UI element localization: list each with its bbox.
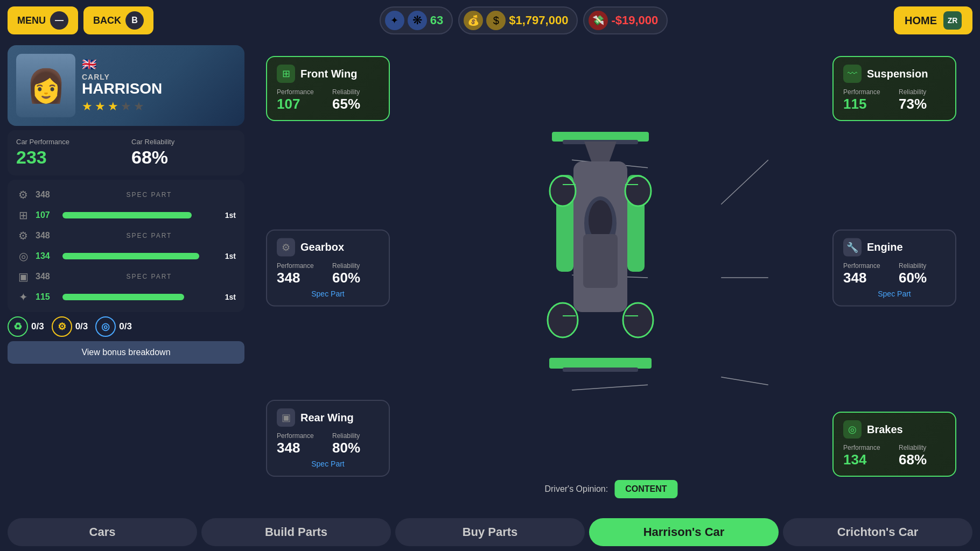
rear-wing-spec-link[interactable]: Spec Part xyxy=(277,460,379,468)
brakes-card[interactable]: ◎ Brakes Performance 134 Reliability 68% xyxy=(832,412,956,477)
user-avatar: ZR xyxy=(943,11,962,30)
fw-perf-label: Performance xyxy=(277,88,324,96)
engine-card[interactable]: 🔧 Engine Performance 348 Reliability 60%… xyxy=(832,229,956,306)
main-content: 👩 🇬🇧 CARLY HARRISON ★ ★ ★ ★ ★ Car Perfor… xyxy=(0,41,980,513)
svg-rect-22 xyxy=(549,358,652,369)
center-area: ⊞ Front Wing Performance 107 Reliability… xyxy=(250,45,972,509)
part-bar-container-5 xyxy=(62,294,214,300)
part-row-0: ⚙ 348 SPEC PART xyxy=(16,186,236,203)
front-wing-perf: Performance 107 xyxy=(277,88,324,112)
stars-value: 63 xyxy=(430,13,443,27)
gearbox-header: ⚙ Gearbox xyxy=(277,238,379,256)
left-panel: 👩 🇬🇧 CARLY HARRISON ★ ★ ★ ★ ★ Car Perfor… xyxy=(8,45,244,509)
part-rank-5: 1st xyxy=(220,293,236,301)
spec-label-2: SPEC PART xyxy=(62,232,236,239)
front-wing-card[interactable]: ⊞ Front Wing Performance 107 Reliability… xyxy=(266,56,390,121)
tab-cars[interactable]: Cars xyxy=(8,518,197,546)
part-num-3: 134 xyxy=(36,251,57,261)
car-stats-panel: Car Performance 233 Car Reliability 68% xyxy=(8,130,244,175)
stars-icon2: ❋ xyxy=(408,11,427,30)
tab-build-parts[interactable]: Build Parts xyxy=(201,518,391,546)
fw-perf-value: 107 xyxy=(277,96,324,112)
part-num-0: 348 xyxy=(36,190,57,200)
brk-rel-label: Reliability xyxy=(899,444,946,451)
engine-perf: Performance 348 xyxy=(843,262,890,286)
bottom-bar: Cars Build Parts Buy Parts Harrison's Ca… xyxy=(0,513,980,551)
back-button[interactable]: BACK B xyxy=(83,6,153,34)
bonus-icon-0: ♻ xyxy=(8,316,28,337)
part-rank-3: 1st xyxy=(220,252,236,260)
brakes-title: Brakes xyxy=(867,423,903,436)
view-bonus-button[interactable]: View bonus breakdown xyxy=(8,341,244,364)
tab-crichtons-car-label: Crichton's Car xyxy=(837,525,919,539)
money-delta-value: -$19,000 xyxy=(611,13,658,27)
susp-perf-value: 115 xyxy=(843,96,890,112)
rear-wing-rel: Reliability 80% xyxy=(332,432,379,456)
part-row-2: ⚙ 348 SPEC PART xyxy=(16,227,236,244)
tab-harrisons-car[interactable]: Harrison's Car xyxy=(589,518,779,546)
tab-cars-label: Cars xyxy=(89,525,116,539)
svg-point-16 xyxy=(548,303,578,337)
eng-perf-value: 348 xyxy=(843,269,890,286)
part-icon-0: ⚙ xyxy=(16,188,30,201)
stars-pill: ✦ ❋ 63 xyxy=(380,6,453,34)
part-bar-3 xyxy=(62,253,199,259)
money-delta-icon: 💸 xyxy=(589,11,608,30)
driver-info: 🇬🇧 CARLY HARRISON ★ ★ ★ ★ ★ xyxy=(82,58,236,114)
svg-point-17 xyxy=(623,303,653,337)
home-label: HOME xyxy=(905,15,937,27)
front-wing-stats: Performance 107 Reliability 65% xyxy=(277,88,379,112)
star-3: ★ xyxy=(108,100,118,114)
rw-rel-value: 80% xyxy=(332,440,379,456)
tab-buy-parts[interactable]: Buy Parts xyxy=(395,518,585,546)
top-bar: MENU — BACK B ✦ ❋ 63 💰 $ $1,797,000 💸 -$… xyxy=(0,0,980,41)
part-bar-container-1 xyxy=(62,212,214,218)
gb-rel-label: Reliability xyxy=(332,262,379,269)
rear-wing-stats: Performance 348 Reliability 80% xyxy=(277,432,379,456)
bonus-pill-0: ♻ 0/3 xyxy=(8,316,44,337)
money-icon: 💰 xyxy=(464,11,483,30)
fw-rel-label: Reliability xyxy=(332,88,379,96)
home-button[interactable]: HOME ZR xyxy=(894,6,972,34)
rear-wing-card[interactable]: ▣ Rear Wing Performance 348 Reliability … xyxy=(266,400,390,477)
suspension-rel: Reliability 73% xyxy=(899,88,946,112)
fw-rel-value: 65% xyxy=(332,96,379,112)
bonus-icon-1: ⚙ xyxy=(52,316,72,337)
spec-label-0: SPEC PART xyxy=(62,191,236,199)
star-2: ★ xyxy=(95,100,106,114)
gb-perf-label: Performance xyxy=(277,262,324,269)
tab-build-parts-label: Build Parts xyxy=(265,525,327,539)
brakes-perf: Performance 134 xyxy=(843,444,890,468)
back-icon: B xyxy=(125,11,144,30)
gearbox-title: Gearbox xyxy=(300,241,344,253)
part-icon-1: ⊞ xyxy=(16,209,30,222)
part-num-4: 348 xyxy=(36,272,57,281)
gearbox-rel: Reliability 60% xyxy=(332,262,379,286)
star-5: ★ xyxy=(134,100,144,114)
part-num-1: 107 xyxy=(36,210,57,220)
suspension-card[interactable]: 〰 Suspension Performance 115 Reliability… xyxy=(832,56,956,121)
engine-icon: 🔧 xyxy=(843,238,862,256)
suspension-perf: Performance 115 xyxy=(843,88,890,112)
gearbox-card[interactable]: ⚙ Gearbox Performance 348 Reliability 60… xyxy=(266,229,390,306)
eng-rel-label: Reliability xyxy=(899,262,946,269)
bonus-pill-2: ◎ 0/3 xyxy=(95,316,132,337)
tab-crichtons-car[interactable]: Crichton's Car xyxy=(783,518,972,546)
front-wing-icon: ⊞ xyxy=(277,65,295,83)
susp-rel-value: 73% xyxy=(899,96,946,112)
brakes-stats: Performance 134 Reliability 68% xyxy=(843,444,946,468)
part-row-1: ⊞ 107 1st xyxy=(16,207,236,224)
gearbox-spec-link[interactable]: Spec Part xyxy=(277,289,379,298)
driver-opinion: Driver's Opinion: CONTENT xyxy=(544,480,677,498)
part-row-3: ◎ 134 1st xyxy=(16,248,236,265)
part-row-4: ▣ 348 SPEC PART xyxy=(16,268,236,285)
menu-button[interactable]: MENU — xyxy=(8,6,78,34)
svg-marker-8 xyxy=(584,142,617,164)
gb-perf-value: 348 xyxy=(277,269,324,286)
engine-title: Engine xyxy=(867,241,903,253)
svg-rect-23 xyxy=(563,368,638,372)
svg-line-3 xyxy=(721,160,768,204)
suspension-header: 〰 Suspension xyxy=(843,65,946,83)
engine-spec-link[interactable]: Spec Part xyxy=(843,289,946,298)
suspension-title: Suspension xyxy=(867,68,928,80)
